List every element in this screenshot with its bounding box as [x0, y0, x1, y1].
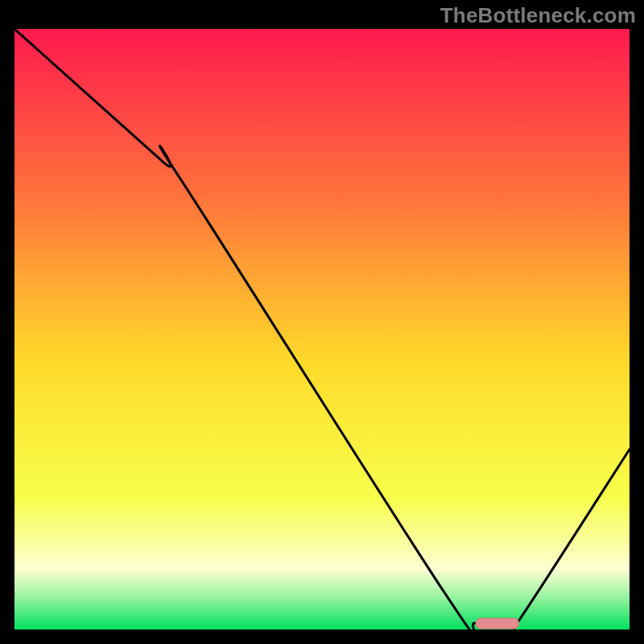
optimal-marker — [476, 618, 519, 629]
gradient-background — [14, 29, 630, 630]
chart-svg — [14, 29, 630, 630]
watermark-text: TheBottleneck.com — [440, 3, 636, 28]
chart-frame: TheBottleneck.com — [0, 0, 644, 644]
chart-plot-area — [14, 29, 630, 630]
